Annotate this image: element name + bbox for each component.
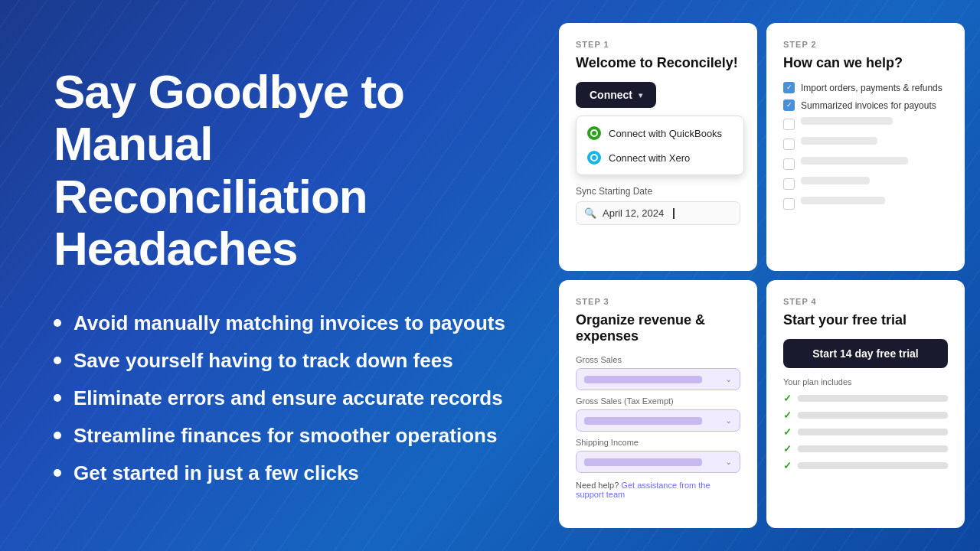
checkbox-checked-icon-2: ✓ [783,99,795,111]
quickbooks-label: Connect with QuickBooks [609,128,722,139]
plan-item-5: ✓ [783,460,948,471]
date-value: April 12, 2024 [603,207,664,219]
plan-check-4: ✓ [783,443,792,455]
step4-card: STEP 4 Start your free trial Start 14 da… [766,280,965,528]
bullet-list: Avoid manually matching invoices to payo… [54,311,505,485]
placeholder-line-7 [801,197,885,204]
plan-line-5 [798,462,948,469]
step2-card: STEP 2 How can we help? ✓ Import orders,… [766,23,965,271]
plan-check-1: ✓ [783,393,792,404]
checkbox-item-7[interactable] [783,197,948,210]
help-text: Need help? Get assistance from the suppo… [576,481,740,499]
trial-button[interactable]: Start 14 day free trial [783,339,948,368]
shipping-income-label: Shipping Income [576,438,740,447]
gross-sales-select[interactable]: ⌄ [576,368,740,390]
checkmark-icon-2: ✓ [786,102,792,109]
step3-label: STEP 3 [576,297,740,306]
help-text-static: Need help? [576,481,619,490]
xero-option[interactable]: Connect with Xero [580,145,740,170]
trial-btn-label: Start 14 day free trial [812,347,919,360]
checkbox-item-2[interactable]: ✓ Summarized invoices for payouts [783,99,948,111]
checkbox-item-3[interactable] [783,117,948,131]
left-panel: Say Goodbye to Manual Reconciliation Hea… [0,0,551,551]
checkbox-label-1: Import orders, payments & refunds [801,83,942,93]
plan-check-3: ✓ [783,426,792,438]
placeholder-line-4 [801,137,877,145]
step4-title: Start your free trial [783,312,948,328]
plan-line-3 [798,429,948,435]
checkbox-item-1[interactable]: ✓ Import orders, payments & refunds [783,82,948,93]
placeholder-line-6 [801,177,870,184]
headline-line1: Say Goodbye to Manual [54,65,404,170]
chevron-down-icon-1: ⌄ [725,374,732,384]
bullet-item: Avoid manually matching invoices to payo… [54,311,505,335]
plan-item-1: ✓ [783,393,948,404]
step3-card: STEP 3 Organize revenue & expenses Gross… [559,280,757,528]
plan-item-3: ✓ [783,426,948,438]
shipping-income-select[interactable]: ⌄ [576,451,740,473]
connect-btn-label: Connect [590,89,632,101]
right-panel: STEP 1 Welcome to Reconcilely! Connect ▾… [551,0,980,551]
bullet-dot-icon [54,469,61,477]
plan-line-2 [798,412,948,419]
checkmark-icon: ✓ [786,84,792,91]
quickbooks-icon [587,126,601,140]
checkbox-item-5[interactable] [783,157,948,171]
plan-check-5: ✓ [783,460,792,471]
checkbox-unchecked-7 [783,198,795,210]
bullet-dot-icon [54,394,61,402]
gross-sales-tax-value [584,417,702,425]
shipping-income-value [584,458,702,466]
plan-item-4: ✓ [783,443,948,455]
sync-date-label: Sync Starting Date [576,186,740,197]
bullet-item: Save yourself having to track down fees [54,349,505,373]
placeholder-line-3 [801,117,893,125]
gross-sales-tax-select[interactable]: ⌄ [576,409,740,432]
checkbox-unchecked-3 [783,119,795,130]
chevron-down-icon-2: ⌄ [725,416,732,425]
chevron-down-icon-3: ⌄ [725,457,732,467]
bullet-item: Get started in just a few clicks [54,461,505,485]
headline-line2: Reconciliation Headaches [54,170,368,275]
xero-icon [587,151,601,165]
step4-label: STEP 4 [783,297,948,306]
step1-label: STEP 1 [576,40,740,49]
step2-title: How can we help? [783,55,948,71]
plan-includes-label: Your plan includes [783,377,948,386]
checkbox-unchecked-6 [783,178,795,190]
headline: Say Goodbye to Manual Reconciliation Hea… [54,66,505,275]
step2-label: STEP 2 [783,40,948,49]
gross-sales-tax-label: Gross Sales (Tax Exempt) [576,396,740,406]
step1-title: Welcome to Reconcilely! [576,55,740,71]
checkbox-label-2: Summarized invoices for payouts [801,100,936,111]
checkbox-checked-icon: ✓ [783,82,795,93]
bullet-item: Streamline finances for smoother operati… [54,424,505,448]
placeholder-line-5 [801,157,908,165]
text-cursor [673,208,675,219]
connect-dropdown: Connect with QuickBooks Connect with Xer… [576,116,744,175]
checkbox-unchecked-4 [783,139,795,150]
bullet-dot-icon [54,357,61,364]
date-input[interactable]: 🔍 April 12, 2024 [576,201,740,225]
quickbooks-option[interactable]: Connect with QuickBooks [580,121,740,145]
plan-line-1 [798,395,948,402]
main-layout: Say Goodbye to Manual Reconciliation Hea… [0,0,980,551]
search-icon: 🔍 [584,207,596,219]
connect-button[interactable]: Connect ▾ [576,82,656,108]
plan-item-2: ✓ [783,409,948,421]
bullet-dot-icon [54,319,61,327]
bullet-dot-icon [54,432,61,439]
xero-label: Connect with Xero [609,152,690,164]
chevron-down-icon: ▾ [639,91,642,99]
plan-line-4 [798,445,948,452]
gross-sales-label: Gross Sales [576,355,740,364]
step3-title: Organize revenue & expenses [576,312,740,344]
checkbox-item-4[interactable] [783,137,948,151]
step1-card: STEP 1 Welcome to Reconcilely! Connect ▾… [559,23,757,271]
plan-check-2: ✓ [783,409,792,421]
checkbox-item-6[interactable] [783,177,948,191]
checkbox-unchecked-5 [783,158,795,170]
bullet-item: Eliminate errors and ensure accurate rec… [54,386,505,410]
gross-sales-value [584,376,702,383]
